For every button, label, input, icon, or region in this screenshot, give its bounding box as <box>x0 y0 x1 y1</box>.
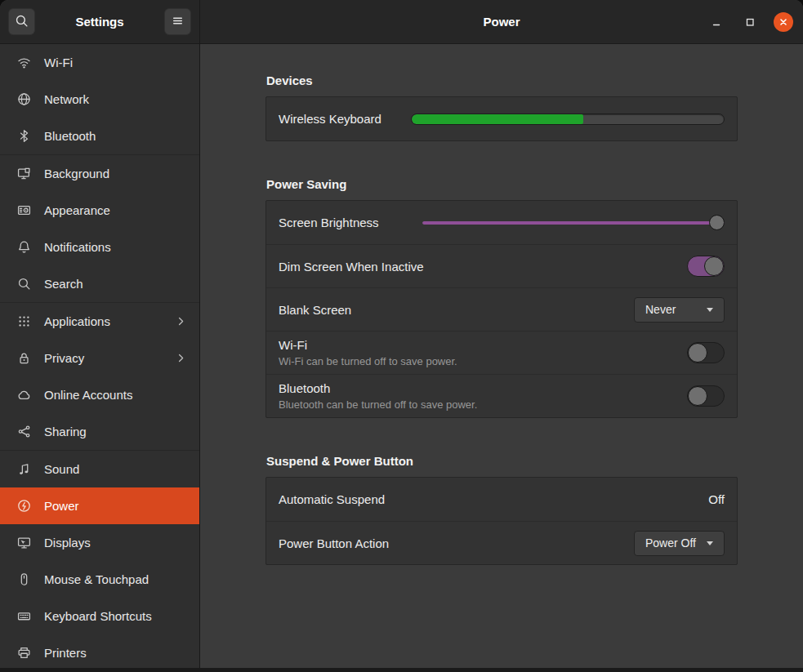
row-blank-screen: Blank ScreenNever <box>266 287 737 331</box>
sidebar-item-notifications[interactable]: Notifications <box>0 229 199 265</box>
sound-icon <box>17 462 31 476</box>
chevron-right-icon <box>174 351 188 365</box>
minimize-icon <box>710 16 723 29</box>
sidebar-item-privacy[interactable]: Privacy <box>0 340 199 376</box>
row-label: Blank Screen <box>279 303 351 317</box>
mouse-icon <box>17 572 31 586</box>
row-text: Power Button Action <box>279 536 389 550</box>
toggle-knob <box>688 343 707 363</box>
toggle-knob <box>688 386 707 406</box>
cloud-icon <box>17 388 31 402</box>
screen-brightness-slider[interactable] <box>422 214 725 231</box>
sidebar-item-keyboard-shortcuts[interactable]: Keyboard Shortcuts <box>0 598 199 634</box>
minimize-button[interactable] <box>707 12 726 32</box>
row-subtitle: Bluetooth can be turned off to save powe… <box>279 398 477 411</box>
slider-handle[interactable] <box>709 215 725 230</box>
sidebar-item-label: Sharing <box>44 425 87 438</box>
row-automatic-suspend[interactable]: Automatic SuspendOff <box>266 478 737 521</box>
sidebar-item-sharing[interactable]: Sharing <box>0 413 199 450</box>
lock-icon <box>17 351 31 365</box>
window-bottom-edge <box>0 668 803 672</box>
sidebar-item-label: Wi-Fi <box>44 56 73 69</box>
sidebar-item-network[interactable]: Network <box>0 81 199 118</box>
sidebar-item-background[interactable]: Background <box>0 155 199 192</box>
header-bar: Settings Power <box>0 0 803 44</box>
sidebar-nav: Wi-FiNetworkBluetoothBackgroundAppearanc… <box>0 44 200 668</box>
chevron-right-icon <box>174 314 188 328</box>
main-panel: DevicesWireless KeyboardPower SavingScre… <box>200 44 803 668</box>
close-button[interactable] <box>774 12 793 32</box>
row-power-button-action: Power Button ActionPower Off <box>266 521 737 564</box>
sidebar-item-label: Displays <box>44 536 91 550</box>
search-button[interactable] <box>8 8 35 35</box>
sidebar-item-displays[interactable]: Displays <box>0 524 199 561</box>
section-power-saving: Power SavingScreen BrightnessDim Screen … <box>265 177 738 418</box>
row-label: Screen Brightness <box>279 216 379 229</box>
sidebar-item-label: Power <box>44 499 79 513</box>
row-text: Screen Brightness <box>279 216 379 229</box>
appearance-icon <box>17 203 31 217</box>
sidebar-item-power[interactable]: Power <box>0 487 199 524</box>
section-title: Power Saving <box>266 177 738 192</box>
card-devices: Wireless Keyboard <box>265 96 738 141</box>
dropdown-value: Power Off <box>645 536 696 550</box>
blank-screen-dropdown[interactable]: Never <box>634 297 725 323</box>
row-label: Wi-Fi <box>279 338 457 352</box>
power-button-action-dropdown[interactable]: Power Off <box>634 531 725 556</box>
sidebar-title: Settings <box>35 15 164 29</box>
displays-icon <box>17 536 31 550</box>
sidebar-item-online-accounts[interactable]: Online Accounts <box>0 376 199 413</box>
row-text: BluetoothBluetooth can be turned off to … <box>279 381 477 411</box>
sidebar-item-printers[interactable]: Printers <box>0 634 199 668</box>
sidebar-item-bluetooth[interactable]: Bluetooth <box>0 118 199 154</box>
sidebar-item-label: Printers <box>44 646 87 660</box>
card-power-saving: Screen BrightnessDim Screen When Inactiv… <box>265 200 738 418</box>
row-text: Dim Screen When Inactive <box>279 260 424 274</box>
row-text: Wireless Keyboard <box>279 112 381 126</box>
menu-button[interactable] <box>164 8 191 35</box>
section-suspend-power-button: Suspend & Power ButtonAutomatic SuspendO… <box>265 454 738 565</box>
wifi-icon <box>17 56 31 69</box>
toggle-knob <box>704 256 724 276</box>
sidebar-item-mouse-touchpad[interactable]: Mouse & Touchpad <box>0 561 199 598</box>
row-subtitle: Wi-Fi can be turned off to save power. <box>279 355 457 367</box>
sidebar-item-wi-fi[interactable]: Wi-Fi <box>0 44 199 81</box>
row-label: Wireless Keyboard <box>279 112 381 126</box>
sidebar-item-sound[interactable]: Sound <box>0 451 199 487</box>
main-header: Power <box>200 0 803 44</box>
sidebar-item-label: Mouse & Touchpad <box>44 572 149 586</box>
row-wi-fi: Wi-FiWi-Fi can be turned off to save pow… <box>266 331 737 374</box>
sidebar-item-search[interactable]: Search <box>0 265 199 302</box>
section-devices: DevicesWireless Keyboard <box>265 73 738 141</box>
sidebar-item-label: Network <box>44 92 89 106</box>
wi-fi-toggle[interactable] <box>687 342 725 363</box>
sidebar-header: Settings <box>0 0 200 44</box>
row-text: Wi-FiWi-Fi can be turned off to save pow… <box>279 338 457 367</box>
card-suspend-power-button: Automatic SuspendOffPower Button ActionP… <box>265 477 738 565</box>
bluetooth-toggle[interactable] <box>687 385 725 407</box>
row-dim-screen-when-inactive: Dim Screen When Inactive <box>266 244 737 287</box>
slider-track <box>422 221 725 225</box>
settings-window: Settings Power Wi-FiNetw <box>0 0 803 672</box>
sidebar-item-appearance[interactable]: Appearance <box>0 192 199 229</box>
section-title: Suspend & Power Button <box>266 454 738 469</box>
close-icon <box>777 16 790 29</box>
maximize-button[interactable] <box>740 12 760 32</box>
battery-level-bar <box>411 113 725 125</box>
printer-icon <box>17 646 31 660</box>
sidebar-item-applications[interactable]: Applications <box>0 303 199 340</box>
sidebar-item-label: Appearance <box>44 203 110 217</box>
dim-screen-when-inactive-toggle[interactable] <box>687 256 725 277</box>
row-text: Automatic Suspend <box>279 492 385 506</box>
sidebar-item-label: Background <box>44 167 109 180</box>
slider-fill <box>422 221 725 225</box>
sidebar-item-label: Bluetooth <box>44 129 96 143</box>
dropdown-value: Never <box>645 303 676 316</box>
maximize-icon <box>743 16 756 29</box>
sidebar-item-label: Privacy <box>44 351 84 365</box>
row-screen-brightness: Screen Brightness <box>266 201 737 244</box>
sidebar-item-label: Sound <box>44 462 79 476</box>
battery-level-fill <box>412 114 583 124</box>
window-body: Wi-FiNetworkBluetoothBackgroundAppearanc… <box>0 44 803 668</box>
row-bluetooth: BluetoothBluetooth can be turned off to … <box>266 374 737 417</box>
